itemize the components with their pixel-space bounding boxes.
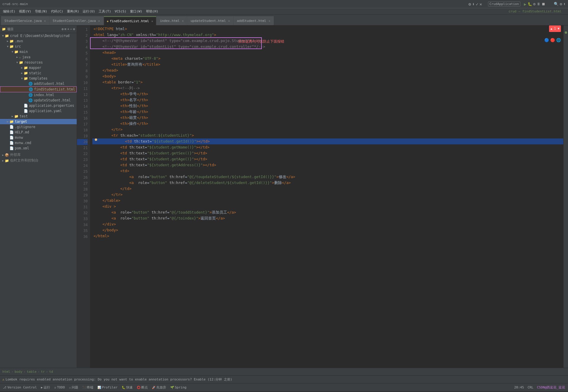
tree-item-src[interactable]: ▼ 📁 src — [0, 44, 77, 49]
tab-label: StudentService.java — [4, 19, 42, 23]
tree-item-appprops[interactable]: ▶ 📄 application.properties — [0, 103, 77, 108]
tree-item-appyaml[interactable]: ▶ 📄 application.yaml — [0, 108, 77, 114]
code-text: <th>年龄</th> — [94, 109, 148, 115]
title-sep1: – — [10, 2, 12, 6]
debug-button[interactable]: 🐛 — [528, 2, 532, 6]
tab-addstudent[interactable]: addStudent.html ✕ — [234, 16, 274, 25]
tab-index[interactable]: index.html ✕ — [157, 16, 187, 25]
menu-nav[interactable]: 代码(C) — [49, 9, 65, 14]
tree-item-resources[interactable]: ▼ 📁 resources — [0, 60, 77, 65]
tree-item-gitignore[interactable]: ▶ 📄 .gitignore — [0, 124, 77, 130]
expand-arrow: ▶ — [1, 159, 5, 162]
code-text: <!DOCTYPE html> — [94, 26, 127, 32]
menu-vcs[interactable]: VCS(S) — [113, 9, 128, 14]
toolbar-icon-1[interactable]: ⚙ — [533, 2, 536, 6]
tree-item-templates[interactable]: ▼ 📁 templates — [0, 76, 77, 81]
close-icon[interactable]: ✕ — [479, 2, 482, 7]
yaml-file-icon: 📄 — [24, 109, 28, 113]
menu-refactor[interactable]: 运行(U) — [81, 9, 97, 14]
tree-item-mvnw[interactable]: ▶ 📄 mvnw — [0, 135, 77, 140]
breadcrumb-table[interactable]: table — [27, 370, 36, 374]
menu-code[interactable]: 重构(R) — [65, 9, 81, 14]
tree-item-target[interactable]: ▶ 📁 target — [0, 119, 77, 124]
tree-item-updatestudent[interactable]: ▶ 🌐 updateStudent.html — [0, 98, 77, 103]
breadcrumb-html[interactable]: html — [2, 370, 10, 374]
code-line-1: <!DOCTYPE html> — [92, 26, 563, 32]
menu-help[interactable]: 帮助(H) — [144, 9, 160, 14]
expand-arrow: ▼ — [20, 77, 24, 80]
tab-close-icon[interactable]: ✕ — [182, 19, 184, 22]
folder-icon: 📁 — [9, 120, 14, 124]
tree-item-java[interactable]: ▶ ☕ java — [0, 54, 77, 60]
code-content[interactable]: 添加这两句可以防止下面报错 <!DOCTYPE html> <html lang… — [90, 25, 563, 368]
tree-item-mvn[interactable]: ▶ 📁 .mvn — [0, 38, 77, 44]
download-icon[interactable]: ⬇ — [472, 2, 474, 7]
tree-item-tmpfiles[interactable]: ▶ 📁 临时文件和控制台 — [0, 158, 77, 163]
settings-icon[interactable]: ⚙ — [560, 2, 562, 6]
tab-close-icon[interactable]: ✕ — [44, 19, 46, 22]
run-btn[interactable]: ▶ 运行 — [39, 385, 52, 390]
tree-item-addstudent[interactable]: ▶ 🌐 addStudent.html — [0, 81, 77, 86]
issues-btn[interactable]: ⚠ 问题 — [67, 385, 80, 390]
tree-item-helpmd[interactable]: ▶ 📄 HELP.md — [0, 130, 77, 135]
tree-item-test[interactable]: ▶ 📁 test — [0, 114, 77, 119]
todo-btn[interactable]: ☑ TODO — [52, 385, 67, 390]
tree-item-pomxml[interactable]: ▶ 📄 pom.xml — [0, 146, 77, 151]
tree-label: 临时文件和控制台 — [10, 158, 38, 163]
deploy-btn[interactable]: 🚀 先放弃 — [150, 385, 168, 390]
browser-icon-1[interactable]: 🔵 — [544, 37, 549, 43]
tab-close-icon[interactable]: ✕ — [228, 19, 230, 22]
toolbar-icon-2[interactable]: ⏸ — [537, 2, 540, 6]
tree-item-crud[interactable]: ▼ 📁 crud E:\Docuemts\Desktop\crud — [0, 33, 77, 38]
tab-updatestudent[interactable]: updateStudent.html ✕ — [187, 16, 233, 25]
tree-item-static[interactable]: ▶ 📁 static — [0, 70, 77, 76]
menu-edit[interactable]: 视图(V) — [17, 9, 33, 14]
tab-close-icon[interactable]: ✕ — [269, 19, 270, 22]
tab-studentcontroller[interactable]: StudentController.java ✕ — [49, 16, 103, 25]
breadcrumb-body[interactable]: body — [15, 370, 23, 374]
run-button[interactable]: ▶ — [524, 2, 526, 7]
minus-icon[interactable]: − — [70, 27, 72, 31]
breakpoints-btn[interactable]: ⭕ 断点 — [135, 385, 150, 390]
add-icon[interactable]: + — [67, 27, 69, 31]
browser-icon-2[interactable]: 🔴 — [550, 37, 555, 43]
notification-text[interactable]: Lombok requires enabled annotation proce… — [6, 377, 232, 382]
tree-label: findStudentList.html — [34, 87, 75, 91]
browser-icon-3[interactable]: 🌐 — [556, 37, 561, 43]
share-icon[interactable]: ⬆ — [563, 2, 566, 6]
tab-findstudentlist[interactable]: ◈ findStudentList.html ✕ — [104, 16, 157, 25]
collapse-icon[interactable]: ≡ — [65, 27, 67, 31]
menu-view[interactable]: 导航(N) — [33, 9, 49, 14]
search-icon[interactable]: 🔍 — [554, 2, 559, 6]
menu-run[interactable]: 工具(T) — [97, 9, 113, 14]
gear-icon[interactable]: ⚙ — [468, 2, 471, 7]
settings-icon[interactable]: ⚙ — [73, 27, 75, 31]
folder-icon: 📁 — [9, 44, 14, 49]
profiler-btn[interactable]: 📊 Profiler — [96, 385, 119, 390]
tree-item-mapper[interactable]: ▶ 📁 mapper — [0, 65, 77, 70]
code-text: <!--/*@thymesVar id="studentList" type="… — [94, 44, 265, 50]
code-text: <!--/*@thymesVar id="student" type="com.… — [94, 38, 261, 44]
tree-item-mvnwcmd[interactable]: ▶ 📄 mvnw.cmd — [0, 140, 77, 146]
check-icon[interactable]: ✓ — [476, 2, 478, 7]
tree-item-extlibs[interactable]: ▶ 📦 外部库 — [0, 152, 77, 158]
version-control-btn[interactable]: ⎇ Version Control — [1, 385, 38, 390]
tree-item-index[interactable]: ▶ 🌐 index.html — [0, 92, 77, 98]
terminal-btn[interactable]: ⬛ 终端 — [81, 385, 95, 390]
breadcrumb-tr[interactable]: tr — [41, 370, 45, 374]
profiler-icon: 📊 — [97, 386, 101, 389]
sync-icon[interactable]: ⚙ — [62, 27, 64, 31]
spring-btn[interactable]: 🌱 Spring — [169, 385, 188, 390]
menu-file[interactable]: 编辑(E) — [1, 9, 17, 14]
tab-close-icon[interactable]: ✕ — [151, 20, 153, 23]
tab-close-icon[interactable]: ✕ — [98, 19, 100, 22]
debug-btn[interactable]: 🐛 快速 — [120, 385, 134, 390]
tree-label: addStudent.html — [34, 82, 65, 86]
menu-window[interactable]: 窗口(W) — [128, 9, 144, 14]
code-line-22: <td th:text="${student.getSex()}"></td> — [92, 150, 563, 156]
tree-item-main[interactable]: ▼ 📁 main — [0, 49, 77, 54]
tab-studentservice[interactable]: StudentService.java ✕ — [1, 16, 49, 25]
tree-item-findstudentlist[interactable]: ▶ 🌐 findStudentList.html — [0, 86, 77, 92]
toolbar-icon-3[interactable]: ⏹ — [542, 2, 545, 6]
breadcrumb-td[interactable]: td — [49, 370, 53, 374]
